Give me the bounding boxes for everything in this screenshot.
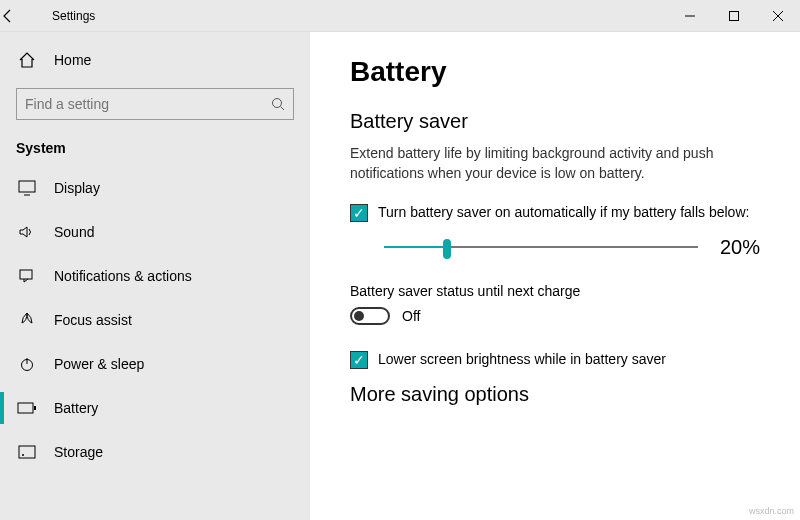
titlebar: Settings [0, 0, 800, 32]
auto-battery-saver-checkbox-row[interactable]: ✓ Turn battery saver on automatically if… [350, 204, 760, 222]
status-subheading: Battery saver status until next charge [350, 283, 760, 299]
window-title: Settings [48, 9, 668, 23]
sidebar-item-battery[interactable]: Battery [0, 386, 310, 430]
section-heading: Battery saver [350, 110, 760, 133]
svg-rect-6 [19, 181, 35, 192]
battery-saver-toggle[interactable] [350, 307, 390, 325]
sidebar-category: System [0, 128, 310, 166]
sidebar-item-label: Display [54, 180, 100, 196]
storage-icon [16, 441, 38, 463]
sidebar-item-sound[interactable]: Sound [0, 210, 310, 254]
search-field[interactable] [25, 96, 271, 112]
svg-rect-1 [730, 11, 739, 20]
close-icon [773, 11, 783, 21]
toggle-state-label: Off [402, 308, 420, 324]
nav-home-label: Home [54, 52, 91, 68]
sidebar-item-label: Notifications & actions [54, 268, 192, 284]
search-icon [271, 97, 285, 111]
sidebar-item-label: Storage [54, 444, 103, 460]
power-icon [16, 353, 38, 375]
threshold-value: 20% [716, 236, 760, 259]
search-input[interactable] [16, 88, 294, 120]
toggle-knob [354, 311, 364, 321]
checkbox-checked-icon: ✓ [350, 351, 368, 369]
auto-battery-saver-label: Turn battery saver on automatically if m… [378, 204, 749, 220]
svg-point-14 [22, 454, 24, 456]
display-icon [16, 177, 38, 199]
maximize-icon [729, 11, 739, 21]
threshold-slider[interactable] [384, 237, 698, 257]
arrow-left-icon [0, 8, 16, 24]
lower-brightness-label: Lower screen brightness while in battery… [378, 351, 666, 367]
sidebar-item-label: Battery [54, 400, 98, 416]
nav-home[interactable]: Home [0, 40, 310, 80]
sidebar-item-storage[interactable]: Storage [0, 430, 310, 474]
more-options-heading: More saving options [350, 383, 760, 406]
section-description: Extend battery life by limiting backgrou… [350, 143, 750, 184]
sidebar-item-notifications[interactable]: Notifications & actions [0, 254, 310, 298]
sidebar-item-label: Power & sleep [54, 356, 144, 372]
lower-brightness-checkbox-row[interactable]: ✓ Lower screen brightness while in batte… [350, 351, 760, 369]
page-title: Battery [350, 56, 760, 88]
focus-assist-icon [16, 309, 38, 331]
sidebar-item-label: Focus assist [54, 312, 132, 328]
notifications-icon [16, 265, 38, 287]
sidebar-item-display[interactable]: Display [0, 166, 310, 210]
minimize-button[interactable] [668, 0, 712, 32]
back-button[interactable] [0, 8, 48, 24]
sidebar-item-power-sleep[interactable]: Power & sleep [0, 342, 310, 386]
close-button[interactable] [756, 0, 800, 32]
svg-rect-12 [34, 406, 36, 410]
content-panel: Battery Battery saver Extend battery lif… [310, 32, 800, 520]
maximize-button[interactable] [712, 0, 756, 32]
home-icon [16, 49, 38, 71]
battery-icon [16, 397, 38, 419]
sound-icon [16, 221, 38, 243]
svg-rect-11 [18, 403, 33, 413]
watermark: wsxdn.com [749, 506, 794, 516]
svg-rect-8 [20, 270, 32, 279]
checkbox-checked-icon: ✓ [350, 204, 368, 222]
sidebar-item-focus-assist[interactable]: Focus assist [0, 298, 310, 342]
sidebar: Home System Display Sound Notification [0, 32, 310, 520]
svg-line-5 [281, 107, 285, 111]
svg-rect-13 [19, 446, 35, 458]
sidebar-item-label: Sound [54, 224, 94, 240]
svg-point-4 [273, 99, 282, 108]
minimize-icon [685, 11, 695, 21]
